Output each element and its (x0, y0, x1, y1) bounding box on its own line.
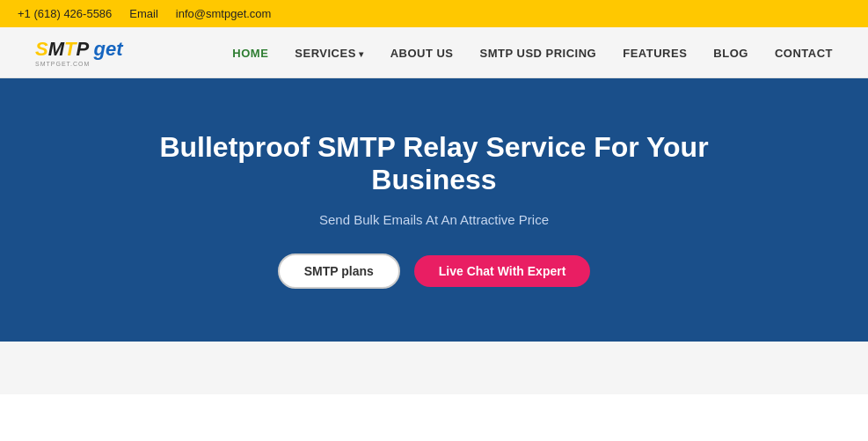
navbar: SMTP get SMTPGET.COM HOME SERVICES ABOUT… (0, 27, 868, 78)
email-label: Email (129, 7, 158, 20)
nav-item-contact[interactable]: CONTACT (775, 45, 833, 61)
nav-link-pricing[interactable]: SMTP USD PRICING (480, 47, 597, 60)
nav-link-home[interactable]: HOME (232, 47, 268, 60)
nav-link-about[interactable]: ABOUT US (390, 47, 454, 60)
top-bar: +1 (618) 426-5586 Email info@smtpget.com (0, 0, 868, 27)
logo-tagline: SMTPGET.COM (35, 61, 122, 67)
nav-item-about[interactable]: ABOUT US (390, 45, 454, 61)
nav-link-services[interactable]: SERVICES (295, 47, 363, 60)
smtp-plans-button[interactable]: SMTP plans (278, 254, 400, 289)
phone-number: +1 (618) 426-5586 (18, 7, 112, 20)
live-chat-button[interactable]: Live Chat With Expert (414, 255, 591, 287)
footer-section (0, 342, 868, 394)
nav-link-features[interactable]: FEATURES (623, 47, 687, 60)
hero-section: Bulletproof SMTP Relay Service For Your … (0, 78, 868, 342)
logo[interactable]: SMTP get SMTPGET.COM (35, 38, 122, 67)
email-link[interactable]: info@smtpget.com (176, 7, 272, 20)
hero-heading: Bulletproof SMTP Relay Service For Your … (127, 131, 742, 196)
nav-item-services[interactable]: SERVICES (295, 45, 363, 61)
nav-link-blog[interactable]: BLOG (713, 47, 748, 60)
nav-link-contact[interactable]: CONTACT (775, 47, 833, 60)
nav-links: HOME SERVICES ABOUT US SMTP USD PRICING … (232, 45, 833, 61)
nav-item-home[interactable]: HOME (232, 45, 268, 61)
logo-smtp: SMTP (35, 38, 93, 60)
nav-item-pricing[interactable]: SMTP USD PRICING (480, 45, 597, 61)
nav-item-blog[interactable]: BLOG (713, 45, 748, 61)
nav-item-features[interactable]: FEATURES (623, 45, 687, 61)
logo-get: get (93, 38, 122, 60)
hero-buttons: SMTP plans Live Chat With Expert (278, 254, 591, 289)
hero-subheading: Send Bulk Emails At An Attractive Price (319, 212, 549, 227)
